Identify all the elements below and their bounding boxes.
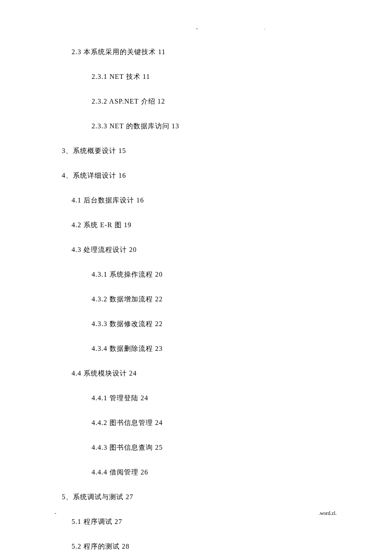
toc-entry: 4、系统详细设计 16: [62, 171, 341, 181]
toc-entry: 5.1 程序调试 27: [72, 517, 341, 527]
toc-entry: 4.3.3 数据修改流程 22: [92, 319, 341, 329]
toc-entry: 4.3.4 数据删除流程 23: [92, 344, 341, 354]
toc-entry: 4.4 系统模块设计 24: [72, 368, 341, 379]
toc: 2.3 本系统采用的关键技术 112.3.1 NET 技术 112.3.2 AS…: [51, 47, 341, 555]
footer-right: .word.zl.: [319, 510, 337, 517]
header-mark-right: .: [264, 26, 265, 30]
toc-entry: 4.1 后台数据库设计 16: [72, 195, 341, 205]
toc-entry: 2.3.2 ASP.NET 介绍 12: [92, 96, 341, 107]
toc-entry: 3、系统概要设计 15: [62, 146, 341, 156]
toc-entry: 2.3 本系统采用的关键技术 11: [72, 47, 341, 57]
toc-entry: 5.2 程序的测试 28: [72, 541, 341, 552]
footer-left: -: [55, 510, 56, 517]
toc-entry: 4.3 处理流程设计 20: [72, 245, 341, 255]
toc-entry: 4.2 系统 E-R 图 19: [72, 220, 341, 230]
toc-entry: 2.3.3 NET 的数据库访问 13: [92, 121, 341, 131]
page-body: 2.3 本系统采用的关键技术 112.3.1 NET 技术 112.3.2 AS…: [0, 0, 392, 555]
toc-entry: 5、系统调试与测试 27: [62, 492, 341, 502]
toc-entry: 4.4.2 图书信息管理 24: [92, 418, 341, 428]
toc-entry: 4.4.4 借阅管理 26: [92, 467, 341, 477]
toc-entry: 4.4.3 图书信息查询 25: [92, 442, 341, 453]
toc-entry: 2.3.1 NET 技术 11: [92, 72, 341, 82]
toc-entry: 4.4.1 管理登陆 24: [92, 393, 341, 403]
header-mark-center: -: [196, 26, 198, 32]
toc-entry: 4.3.2 数据增加流程 22: [92, 294, 341, 304]
toc-entry: 4.3.1 系统操作流程 20: [92, 269, 341, 280]
